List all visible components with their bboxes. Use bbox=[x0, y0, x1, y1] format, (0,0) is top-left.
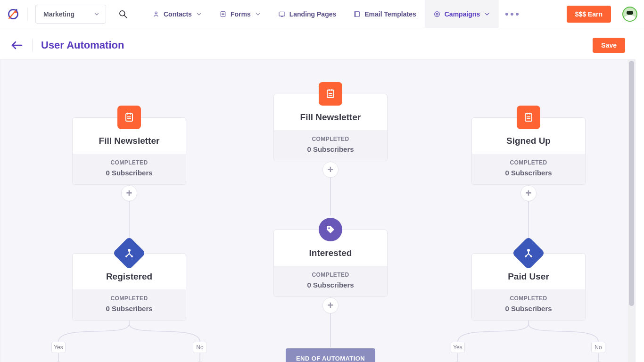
search-button[interactable] bbox=[116, 7, 131, 22]
svg-point-12 bbox=[434, 11, 439, 16]
branch-yes-label: Yes bbox=[451, 342, 465, 353]
flow-node-fill-newsletter-2[interactable]: Fill Newsletter COMPLETED 0 Subscribers bbox=[273, 94, 388, 161]
divider bbox=[32, 39, 33, 52]
campaigns-icon bbox=[433, 10, 441, 18]
form-badge-icon bbox=[117, 106, 141, 129]
top-nav: Marketing Contacts Forms Landing Pages E… bbox=[0, 0, 644, 28]
chevron-down-icon bbox=[93, 11, 100, 17]
add-step-button[interactable]: + bbox=[322, 297, 339, 313]
node-subscribers: 0 Subscribers bbox=[77, 304, 181, 313]
app-logo-icon bbox=[7, 8, 20, 21]
chevron-down-icon bbox=[484, 11, 490, 17]
divider bbox=[27, 8, 28, 21]
svg-rect-10 bbox=[355, 11, 360, 16]
nav-forms[interactable]: Forms bbox=[211, 0, 270, 28]
branch-no-label: No bbox=[193, 342, 207, 353]
chevron-down-icon bbox=[255, 11, 261, 17]
branch-yes-label: Yes bbox=[51, 342, 66, 353]
add-step-button[interactable]: + bbox=[121, 185, 137, 201]
nav-label: Contacts bbox=[164, 10, 192, 18]
back-button[interactable] bbox=[10, 40, 24, 50]
scrollbar-thumb[interactable] bbox=[629, 61, 634, 306]
end-of-automation: END OF AUTOMATION bbox=[286, 348, 375, 362]
node-subscribers: 0 Subscribers bbox=[77, 169, 181, 177]
svg-point-28 bbox=[128, 249, 131, 252]
flow-node-registered[interactable]: Registered COMPLETED 0 Subscribers bbox=[72, 253, 186, 321]
nav-more[interactable] bbox=[499, 13, 525, 16]
tag-badge-icon bbox=[319, 218, 342, 241]
contacts-icon bbox=[152, 10, 160, 18]
vertical-scrollbar[interactable] bbox=[628, 60, 635, 362]
node-subscribers: 0 Subscribers bbox=[279, 281, 382, 289]
branch-no-label: No bbox=[591, 342, 605, 353]
search-icon bbox=[118, 9, 128, 19]
user-avatar[interactable] bbox=[622, 7, 637, 22]
form-badge-icon bbox=[319, 82, 342, 106]
earn-button[interactable]: $$$ Earn bbox=[567, 6, 611, 23]
node-status: COMPLETED bbox=[279, 272, 382, 278]
nav-landing-pages[interactable]: Landing Pages bbox=[270, 0, 345, 28]
automation-canvas[interactable]: Fill Newsletter COMPLETED 0 Subscribers … bbox=[0, 59, 636, 362]
nav-label: Campaigns bbox=[445, 10, 480, 18]
node-status: COMPLETED bbox=[77, 159, 181, 166]
flow-node-interested[interactable]: Interested COMPLETED 0 Subscribers bbox=[273, 230, 388, 297]
svg-point-1 bbox=[16, 9, 17, 11]
forms-icon bbox=[219, 10, 227, 18]
nav-campaigns[interactable]: Campaigns bbox=[425, 0, 499, 28]
nav-label: Landing Pages bbox=[289, 10, 337, 18]
svg-line-3 bbox=[124, 15, 127, 17]
node-status: COMPLETED bbox=[477, 159, 580, 166]
landing-page-icon bbox=[278, 10, 286, 18]
svg-point-29 bbox=[125, 255, 127, 257]
add-step-button[interactable]: + bbox=[322, 162, 339, 178]
nav-email-templates[interactable]: Email Templates bbox=[345, 0, 424, 28]
node-status: COMPLETED bbox=[279, 136, 382, 142]
node-status: COMPLETED bbox=[477, 295, 580, 302]
page-header: User Automation Save bbox=[0, 28, 644, 53]
nav-contacts[interactable]: Contacts bbox=[144, 0, 211, 28]
save-button[interactable]: Save bbox=[593, 38, 625, 53]
svg-point-38 bbox=[527, 249, 530, 252]
chevron-down-icon bbox=[196, 11, 202, 17]
flow-node-paid-user[interactable]: Paid User COMPLETED 0 Subscribers bbox=[471, 253, 586, 321]
svg-point-4 bbox=[155, 12, 157, 14]
flow-node-signed-up[interactable]: Signed Up COMPLETED 0 Subscribers bbox=[471, 117, 586, 185]
form-badge-icon bbox=[517, 106, 540, 129]
workspace-select-label: Marketing bbox=[43, 10, 74, 18]
svg-point-34 bbox=[328, 227, 330, 229]
page-title: User Automation bbox=[41, 39, 124, 51]
flow-node-fill-newsletter-1[interactable]: Fill Newsletter COMPLETED 0 Subscribers bbox=[72, 117, 186, 185]
save-label: Save bbox=[601, 41, 617, 49]
main-nav: Contacts Forms Landing Pages Email Templ… bbox=[144, 0, 525, 28]
node-status: COMPLETED bbox=[77, 295, 181, 302]
svg-point-30 bbox=[131, 255, 133, 257]
email-template-icon bbox=[353, 10, 361, 18]
node-subscribers: 0 Subscribers bbox=[279, 145, 382, 153]
nav-label: Forms bbox=[231, 10, 251, 18]
node-subscribers: 0 Subscribers bbox=[477, 169, 580, 177]
svg-rect-8 bbox=[279, 12, 285, 16]
workspace-select[interactable]: Marketing bbox=[35, 5, 106, 24]
svg-point-40 bbox=[530, 255, 532, 257]
svg-point-13 bbox=[436, 13, 438, 15]
earn-label: $$$ Earn bbox=[575, 10, 603, 18]
node-subscribers: 0 Subscribers bbox=[477, 304, 580, 313]
add-step-button[interactable]: + bbox=[520, 185, 537, 201]
nav-label: Email Templates bbox=[364, 10, 416, 18]
svg-point-39 bbox=[525, 255, 527, 257]
arrow-left-icon bbox=[10, 40, 24, 50]
